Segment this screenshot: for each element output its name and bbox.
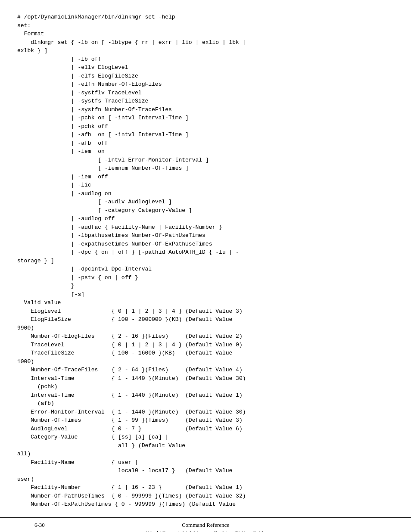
footer-center-title: Command Reference (17, 522, 394, 529)
footer-top-row: 6-30 Command Reference (17, 522, 394, 529)
page-wrapper: # /opt/DynamicLinkManager/bin/dlnkmgr se… (0, 0, 411, 532)
content-area: # /opt/DynamicLinkManager/bin/dlnkmgr se… (0, 0, 411, 517)
footer-bottom-title: Hitachi Dynamic Link Manager (for Linux®… (17, 529, 394, 532)
code-block: # /opt/DynamicLinkManager/bin/dlnkmgr se… (17, 13, 394, 509)
footer-page-number: 6-30 (34, 522, 45, 529)
footer-area: 6-30 Command Reference Hitachi Dynamic L… (0, 517, 411, 532)
